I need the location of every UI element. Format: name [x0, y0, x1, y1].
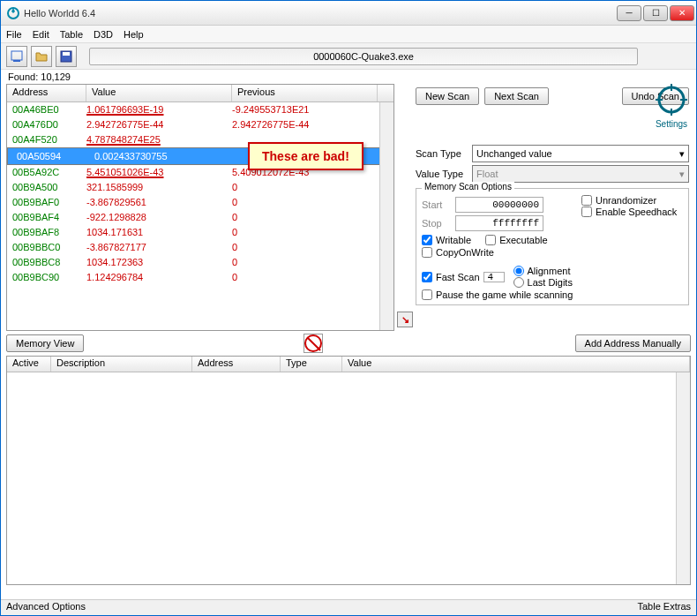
memory-scan-options: Memory Scan Options Start Stop Writable … [416, 188, 689, 305]
settings-link[interactable]: Settings [652, 119, 691, 129]
table-row[interactable]: 00B9A500321.15859990 [7, 180, 393, 195]
svg-point-5 [659, 87, 684, 112]
col-al-value[interactable]: Value [342, 357, 690, 372]
menu-file[interactable]: File [6, 29, 22, 40]
table-row[interactable]: 00B9BBC81034.1723630 [7, 255, 393, 270]
maximize-button[interactable]: ☐ [643, 5, 668, 21]
table-extras-link[interactable]: Table Extras [637, 601, 691, 614]
addrlist-scrollbar[interactable] [676, 372, 690, 584]
new-scan-button[interactable]: New Scan [416, 87, 479, 105]
pause-check[interactable] [422, 289, 432, 300]
col-description[interactable]: Description [51, 357, 192, 372]
copyonwrite-check[interactable] [422, 247, 432, 258]
menu-help[interactable]: Help [124, 29, 144, 40]
app-icon [6, 6, 20, 20]
menu-edit[interactable]: Edit [33, 29, 49, 40]
stop-label: Stop [422, 218, 452, 229]
unrandomizer-check[interactable] [581, 195, 592, 206]
speedhack-check[interactable] [581, 207, 592, 217]
open-file-button[interactable] [31, 46, 52, 67]
col-value[interactable]: Value [86, 85, 232, 101]
add-address-manually-button[interactable]: Add Address Manually [575, 334, 691, 352]
fastscan-check[interactable] [422, 272, 432, 282]
scan-type-select[interactable]: Unchanged value▾ [472, 145, 689, 162]
col-address[interactable]: Address [7, 85, 86, 101]
advanced-options-link[interactable]: Advanced Options [6, 601, 86, 614]
table-row[interactable]: 00B9BBC0-3.8678271770 [7, 240, 393, 255]
menu-d3d[interactable]: D3D [94, 29, 113, 40]
col-previous[interactable]: Previous [232, 85, 378, 101]
svg-rect-2 [13, 60, 20, 62]
table-row[interactable]: 00A46BE01.061796693E-19-9.249553713E21 [7, 102, 393, 117]
table-row[interactable]: 00B9BC901.1242967840 [7, 270, 393, 285]
table-row[interactable]: 00A476D02.942726775E-442.942726775E-44 [7, 117, 393, 132]
col-active[interactable]: Active [7, 357, 51, 372]
statusbar: Advanced Options Table Extras [1, 599, 696, 615]
results-scrollbar[interactable] [379, 102, 393, 330]
lastdigits-radio[interactable] [513, 277, 524, 288]
table-row[interactable]: 00B9BAF0-3.8678295610 [7, 195, 393, 210]
logo[interactable]: Settings [652, 82, 691, 129]
col-al-address[interactable]: Address [192, 357, 281, 372]
next-scan-button[interactable]: Next Scan [484, 87, 549, 105]
value-type-select: Float▾ [472, 165, 689, 183]
save-button[interactable] [56, 46, 77, 67]
scan-panel: Settings New Scan Next Scan Undo Scan Sc… [416, 84, 696, 331]
close-button[interactable]: ✕ [670, 5, 694, 21]
results-table: Address Value Previous 00A46BE01.0617966… [6, 84, 394, 331]
col-al-type[interactable]: Type [281, 357, 342, 372]
scan-type-label: Scan Type [416, 148, 468, 159]
svg-rect-1 [11, 51, 22, 60]
svg-rect-4 [63, 52, 70, 56]
executable-check[interactable] [485, 235, 496, 245]
process-name[interactable]: 0000060C-Quake3.exe [89, 48, 638, 65]
annotation-callout: These are bad! [248, 142, 363, 170]
toolbar: 0000060C-Quake3.exe [1, 43, 696, 70]
window-title: Hello Worldd 6.4 [24, 8, 617, 19]
menubar: File Edit Table D3D Help [1, 26, 696, 43]
table-row[interactable]: 00B9BAF4-922.12988280 [7, 210, 393, 225]
start-label: Start [422, 199, 452, 210]
clear-icon[interactable] [304, 334, 323, 353]
table-row[interactable]: 00B9BAF81034.1716310 [7, 225, 393, 240]
found-label: Found: 10,129 [1, 70, 696, 84]
minimize-button[interactable]: ─ [617, 5, 641, 21]
value-type-label: Value Type [416, 169, 468, 179]
writable-check[interactable] [422, 235, 432, 245]
memory-view-button[interactable]: Memory View [6, 334, 84, 352]
titlebar: Hello Worldd 6.4 ─ ☐ ✕ [1, 1, 696, 26]
alignment-radio[interactable] [513, 266, 524, 276]
stop-input[interactable] [455, 215, 543, 231]
results-body[interactable]: 00A46BE01.061796693E-19-9.249553713E2100… [7, 102, 393, 330]
open-process-button[interactable] [6, 46, 27, 67]
fastscan-value[interactable] [483, 272, 505, 282]
menu-table[interactable]: Table [60, 29, 83, 40]
results-header: Address Value Previous [7, 85, 393, 102]
address-list[interactable]: Active Description Address Type Value [6, 356, 691, 585]
add-to-list-button[interactable]: ↘ [397, 312, 413, 327]
start-input[interactable] [455, 197, 543, 213]
